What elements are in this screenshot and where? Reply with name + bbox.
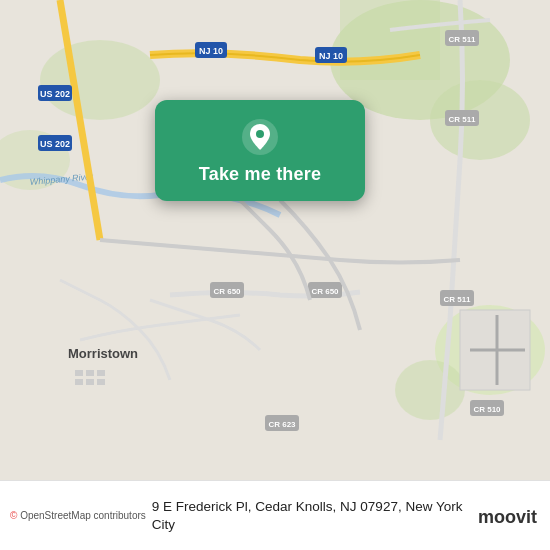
svg-text:CR 510: CR 510 xyxy=(473,405,501,414)
svg-text:CR 511: CR 511 xyxy=(443,295,471,304)
svg-text:CR 650: CR 650 xyxy=(311,287,339,296)
svg-rect-3 xyxy=(340,0,440,80)
svg-point-7 xyxy=(395,360,465,420)
svg-rect-38 xyxy=(86,379,94,385)
app-container: Whippany River NJ 10 NJ 10 US 202 US 202… xyxy=(0,0,550,550)
svg-text:CR 623: CR 623 xyxy=(268,420,296,429)
svg-text:CR 511: CR 511 xyxy=(448,115,476,124)
map-view: Whippany River NJ 10 NJ 10 US 202 US 202… xyxy=(0,0,550,480)
svg-text:moovit: moovit xyxy=(478,507,537,527)
svg-text:US 202: US 202 xyxy=(40,89,70,99)
svg-rect-35 xyxy=(75,370,83,376)
bottom-bar: © OpenStreetMap contributors 9 E Frederi… xyxy=(0,480,550,550)
svg-text:Morristown: Morristown xyxy=(68,346,138,361)
svg-rect-39 xyxy=(97,370,105,376)
svg-point-4 xyxy=(40,40,160,120)
svg-text:CR 511: CR 511 xyxy=(448,35,476,44)
svg-text:NJ 10: NJ 10 xyxy=(319,51,343,61)
moovit-logo: moovit xyxy=(478,503,540,529)
osm-attribution: © OpenStreetMap contributors xyxy=(10,510,146,521)
location-pin-icon xyxy=(241,118,279,156)
svg-rect-40 xyxy=(97,379,105,385)
map-svg: Whippany River NJ 10 NJ 10 US 202 US 202… xyxy=(0,0,550,480)
take-me-there-button[interactable]: Take me there xyxy=(199,164,321,185)
moovit-logo-svg: moovit xyxy=(478,503,540,529)
svg-text:CR 650: CR 650 xyxy=(213,287,241,296)
svg-rect-36 xyxy=(86,370,94,376)
svg-point-42 xyxy=(256,130,264,138)
svg-rect-37 xyxy=(75,379,83,385)
address-text: 9 E Frederick Pl, Cedar Knolls, NJ 07927… xyxy=(152,498,470,533)
popup-card: Take me there xyxy=(155,100,365,201)
svg-text:US 202: US 202 xyxy=(40,139,70,149)
svg-text:NJ 10: NJ 10 xyxy=(199,46,223,56)
